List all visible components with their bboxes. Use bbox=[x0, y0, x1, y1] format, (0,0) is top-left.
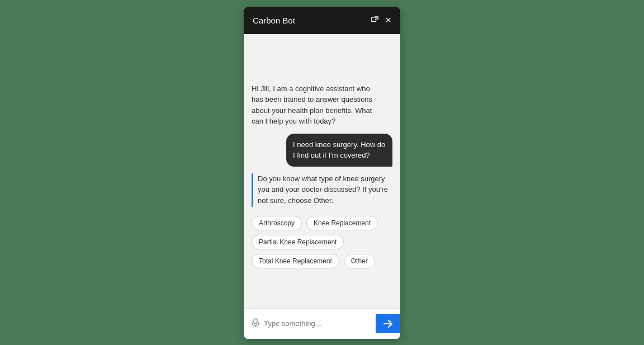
option-knee-replacement[interactable]: Knee Replacement bbox=[306, 216, 378, 230]
close-icon[interactable]: × bbox=[385, 15, 391, 26]
option-partial-knee-replacement[interactable]: Partial Knee Replacement bbox=[252, 235, 344, 249]
user-message-surgery: I need knee surgery. How do I find out i… bbox=[286, 134, 392, 167]
send-button[interactable] bbox=[376, 314, 400, 333]
chat-input-area bbox=[244, 308, 400, 339]
blue-accent-bar bbox=[252, 173, 253, 207]
chat-text-input[interactable] bbox=[264, 319, 376, 328]
header-icons: × bbox=[371, 15, 391, 26]
bot-message-question: Do you know what type of knee surgery yo… bbox=[252, 173, 392, 207]
option-other[interactable]: Other bbox=[344, 254, 375, 268]
options-container: Arthroscopy Knee Replacement Partial Kne… bbox=[252, 214, 392, 271]
mic-icon[interactable] bbox=[252, 318, 259, 329]
chat-body: Hi Jill, I am a cognitive assistant who … bbox=[244, 34, 400, 308]
option-total-knee-replacement[interactable]: Total Knee Replacement bbox=[252, 254, 339, 268]
bot-message-intro: Hi Jill, I am a cognitive assistant who … bbox=[252, 83, 375, 127]
chat-title: Carbon Bot bbox=[253, 16, 295, 25]
external-link-icon[interactable] bbox=[371, 16, 378, 24]
bot-question-text: Do you know what type of knee surgery yo… bbox=[258, 173, 392, 206]
svg-rect-2 bbox=[254, 319, 257, 324]
chat-header: Carbon Bot × bbox=[244, 7, 400, 34]
top-spacer bbox=[252, 43, 392, 77]
option-arthroscopy[interactable]: Arthroscopy bbox=[252, 216, 302, 230]
chat-window: Carbon Bot × Hi Jill, I am a cognitive a… bbox=[244, 7, 400, 339]
